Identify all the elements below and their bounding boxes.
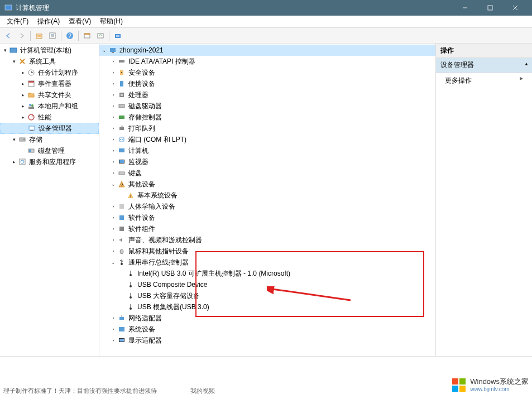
device-mice[interactable]: ›鼠标和其他指针设备 (99, 246, 435, 257)
chevron-right-icon[interactable]: ▸ (19, 69, 27, 76)
device-sound[interactable]: ›声音、视频和游戏控制器 (99, 234, 435, 246)
device-hid[interactable]: ›人体学输入设备 (99, 201, 435, 212)
chevron-right-icon[interactable]: ▸ (19, 80, 27, 88)
device-ide[interactable]: ›IDE ATA/ATAPI 控制器 (99, 56, 435, 67)
device-other[interactable]: ⌄?其他设备 (99, 179, 435, 190)
chevron-right-icon[interactable]: › (109, 247, 117, 255)
scan-button[interactable] (112, 30, 124, 42)
collapse-icon[interactable]: ▲ (524, 61, 529, 66)
device-security[interactable]: ›安全设备 (99, 67, 435, 78)
device-disk-drives[interactable]: ›磁盘驱动器 (99, 100, 435, 112)
svg-rect-19 (10, 48, 17, 52)
chevron-right-icon[interactable]: › (109, 136, 117, 143)
device-keyboards[interactable]: ›键盘 (99, 167, 435, 179)
device-label: 基本系统设备 (137, 191, 178, 200)
device-usb-ctrl[interactable]: ⌄通用串行总线控制器 (99, 257, 435, 268)
tree-event-viewer[interactable]: ▸ 事件查看器 (0, 78, 99, 89)
app-icon (4, 4, 12, 12)
menu-action[interactable]: 操作(A) (33, 16, 64, 27)
chevron-right-icon[interactable]: › (109, 225, 117, 233)
more-actions[interactable]: 更多操作 ▶ (436, 73, 532, 89)
svg-rect-83 (452, 386, 458, 392)
chevron-right-icon[interactable]: › (109, 124, 117, 132)
device-storage-ctrl[interactable]: ›存储控制器 (99, 112, 435, 123)
close-button[interactable] (502, 0, 528, 16)
device-display[interactable]: ›显示适配器 (99, 335, 435, 346)
device-computers[interactable]: ›计算机 (99, 145, 435, 156)
device-usb-root-hub[interactable]: ›USB 根集线器(USB 3.0) (99, 301, 435, 313)
svg-rect-35 (29, 150, 31, 152)
tree-system-tools[interactable]: ▾ 系统工具 (0, 56, 99, 67)
minimize-button[interactable] (452, 0, 477, 16)
chevron-right-icon[interactable]: › (109, 57, 117, 65)
chevron-right-icon[interactable]: › (109, 214, 117, 222)
device-system-dev[interactable]: ›系统设备 (99, 324, 435, 335)
computer-icon (108, 46, 117, 55)
refresh-button[interactable] (94, 30, 107, 42)
tree-disk-mgmt[interactable]: ▸ 磁盘管理 (0, 145, 99, 156)
tree-device-manager[interactable]: ▸ 设备管理器 (0, 123, 99, 134)
device-network[interactable]: ›网络适配器 (99, 313, 435, 324)
device-root[interactable]: ⌄ zhongxin-2021 (99, 45, 435, 56)
svg-line-29 (31, 116, 33, 117)
chevron-right-icon[interactable]: ▸ (19, 113, 27, 121)
chevron-right-icon[interactable]: › (109, 169, 117, 177)
chevron-right-icon[interactable]: › (109, 158, 117, 166)
device-print-q[interactable]: ›打印队列 (99, 123, 435, 134)
device-monitors[interactable]: ›监视器 (99, 156, 435, 167)
device-processor[interactable]: ›处理器 (99, 89, 435, 100)
tree-local-users[interactable]: ▸ 本地用户和组 (0, 100, 99, 112)
chevron-right-icon[interactable]: › (109, 91, 117, 99)
tree-root[interactable]: ▾ 计算机管理(本地) (0, 45, 99, 56)
footer: 理子制作有标准了！天津：目前没有强性要求提前进须待 我的视频 Windows系统… (0, 356, 532, 395)
chevron-down-icon[interactable]: ▾ (10, 57, 18, 65)
device-label: 系统设备 (128, 325, 155, 334)
chevron-right-icon[interactable]: › (109, 325, 117, 333)
chevron-down-icon[interactable]: ⌄ (109, 180, 117, 188)
chevron-right-icon[interactable]: › (109, 203, 117, 210)
chevron-right-icon[interactable]: › (109, 236, 117, 244)
device-usb-mass-storage[interactable]: ›USB 大容量存储设备 (99, 290, 435, 301)
tree-label: 事件查看器 (38, 79, 71, 89)
properties-button[interactable] (46, 30, 59, 42)
tree-performance[interactable]: ▸ 性能 (0, 112, 99, 123)
actions-header: 操作 (436, 44, 532, 58)
maximize-button[interactable] (477, 0, 502, 16)
device-portable[interactable]: ›便携设备 (99, 78, 435, 89)
view-button[interactable] (81, 30, 93, 42)
menu-file[interactable]: 文件(F) (2, 16, 33, 27)
chevron-right-icon[interactable]: › (109, 147, 117, 155)
back-button[interactable] (2, 30, 15, 42)
help-button[interactable]: ? (64, 30, 76, 42)
chevron-down-icon[interactable]: ▾ (1, 46, 9, 54)
chevron-down-icon[interactable]: ▾ (10, 136, 18, 143)
device-base-sys[interactable]: ›!基本系统设备 (99, 190, 435, 201)
chevron-right-icon[interactable]: › (109, 314, 117, 322)
content-area: ▾ 计算机管理(本地) ▾ 系统工具 ▸ 任务计划程序 ▸ 事件查看器 ▸ 共享… (0, 44, 532, 356)
device-usb-composite[interactable]: ›USB Composite Device (99, 279, 435, 290)
chevron-down-icon[interactable]: ⌄ (100, 46, 108, 54)
menu-view[interactable]: 查看(V) (64, 16, 95, 27)
device-label: 处理器 (128, 90, 148, 100)
device-ports[interactable]: ›端口 (COM 和 LPT) (99, 134, 435, 145)
chevron-right-icon[interactable]: › (109, 113, 117, 121)
chevron-right-icon[interactable]: › (109, 102, 117, 110)
chevron-down-icon[interactable]: ⌄ (109, 258, 117, 266)
menu-help[interactable]: 帮助(H) (95, 16, 127, 27)
device-label: 安全设备 (128, 68, 155, 78)
chevron-right-icon[interactable]: › (109, 69, 117, 76)
chevron-right-icon[interactable]: ▸ (10, 158, 18, 166)
chevron-right-icon[interactable]: ▸ (19, 102, 27, 110)
device-usb-intel[interactable]: ›Intel(R) USB 3.0 可扩展主机控制器 - 1.0 (Micros… (99, 268, 435, 279)
device-sw-components[interactable]: ›软件组件 (99, 223, 435, 234)
chevron-right-icon[interactable]: › (109, 336, 117, 344)
chevron-right-icon[interactable]: ▸ (19, 91, 27, 99)
device-sw-devices[interactable]: ›软件设备 (99, 212, 435, 223)
up-button[interactable] (33, 30, 45, 42)
forward-button[interactable] (16, 30, 28, 42)
tree-storage[interactable]: ▾ 存储 (0, 134, 99, 145)
tree-services-apps[interactable]: ▸ 服务和应用程序 (0, 156, 99, 167)
tree-task-scheduler[interactable]: ▸ 任务计划程序 (0, 67, 99, 78)
tree-shared-folders[interactable]: ▸ 共享文件夹 (0, 89, 99, 100)
chevron-right-icon[interactable]: › (109, 80, 117, 88)
